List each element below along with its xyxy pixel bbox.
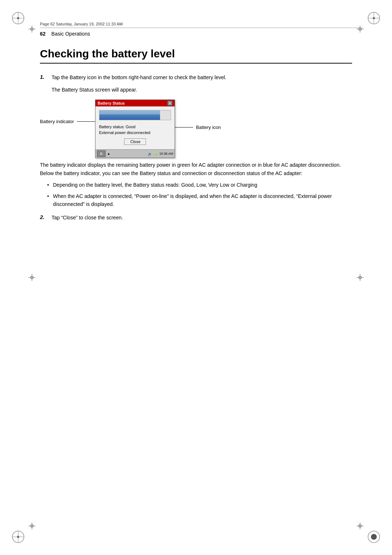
battery-status-window: Battery Status x Battery status: Good Ex… xyxy=(95,100,175,158)
crosshair-top-left xyxy=(28,25,36,33)
battery-close-btn[interactable]: Close xyxy=(124,138,146,145)
taskbar-app-icons: ▲ xyxy=(107,152,110,155)
figure-container: Battery indicator Battery Status x xyxy=(40,100,352,158)
battery-indicator-bar xyxy=(99,110,171,120)
taskbar: G ▲ 🔊 🔋 10:36 AM xyxy=(95,149,175,158)
battery-window-title: Battery Status xyxy=(98,101,125,105)
battery-window-body: Battery status: Good External power disc… xyxy=(95,106,175,149)
step-1-number: 1. xyxy=(40,74,50,80)
crosshair-mid-left xyxy=(28,274,36,281)
corner-mark-br xyxy=(367,530,381,544)
section-title: Basic Operations xyxy=(52,31,90,37)
step-2-text: Tap “Close” to close the screen. xyxy=(52,214,352,222)
page-number: 62 xyxy=(40,31,46,37)
taskbar-start-icon[interactable]: G xyxy=(97,150,106,157)
page: Page 62 Saturday, January 19, 2002 11:33… xyxy=(0,0,392,555)
page-header: 62 Basic Operations xyxy=(40,31,363,37)
battery-window-titlebar: Battery Status x xyxy=(95,100,175,106)
step-1-text: Tap the Battery icon in the bottom right… xyxy=(52,74,352,82)
content-area: 1. Tap the Battery icon in the bottom ri… xyxy=(40,74,352,222)
battery-indicator-label: Battery indicator xyxy=(40,119,74,124)
battery-icon-line xyxy=(175,127,193,127)
crosshair-bottom-left xyxy=(28,522,36,530)
battery-indicator-label-row: Battery indicator xyxy=(40,119,95,124)
chapter-title: Checking the battery level xyxy=(40,48,352,64)
battery-window-close-button[interactable]: x xyxy=(167,101,172,106)
meta-text: Page 62 Saturday, January 19, 2002 11:33… xyxy=(40,22,123,26)
battery-icon-label: Battery icon xyxy=(196,125,221,130)
battery-status-disconnected: External power disconnected xyxy=(99,130,171,135)
svg-point-12 xyxy=(371,534,377,540)
step-1-sub: The Battery Status screen will appear. xyxy=(52,86,352,94)
corner-mark-tl xyxy=(11,11,25,25)
meta-bar: Page 62 Saturday, January 19, 2002 11:33… xyxy=(40,22,363,28)
bullet-item-1: Depending on the battery level, the Batt… xyxy=(47,181,352,189)
bullet-list: Depending on the battery level, the Batt… xyxy=(47,181,352,208)
battery-icon-label-row: Battery icon xyxy=(175,125,221,130)
step-2: 2. Tap “Close” to close the screen. xyxy=(40,214,352,222)
taskbar-time: 10:36 AM xyxy=(159,152,173,155)
crosshair-top-right xyxy=(356,25,364,33)
battery-icon-label-area: Battery icon xyxy=(175,125,221,133)
taskbar-left: G ▲ xyxy=(97,150,110,157)
corner-mark-bl xyxy=(11,530,25,544)
battery-indicator-fill xyxy=(99,110,160,120)
battery-indicator-line xyxy=(77,121,95,122)
body-para-1: The battery indicator displays the remai… xyxy=(40,161,352,177)
step-1: 1. Tap the Battery icon in the bottom ri… xyxy=(40,74,352,82)
corner-mark-tr xyxy=(367,11,381,25)
crosshair-mid-right xyxy=(356,274,364,281)
crosshair-bottom-right xyxy=(356,522,364,530)
battery-status-good: Battery status: Good xyxy=(99,125,171,129)
battery-indicator-label-area: Battery indicator xyxy=(40,119,95,124)
bullet-item-2: When the AC adapter is connected, “Power… xyxy=(47,192,352,208)
step-2-number: 2. xyxy=(40,214,50,220)
taskbar-right: 🔊 🔋 10:36 AM xyxy=(148,152,173,156)
